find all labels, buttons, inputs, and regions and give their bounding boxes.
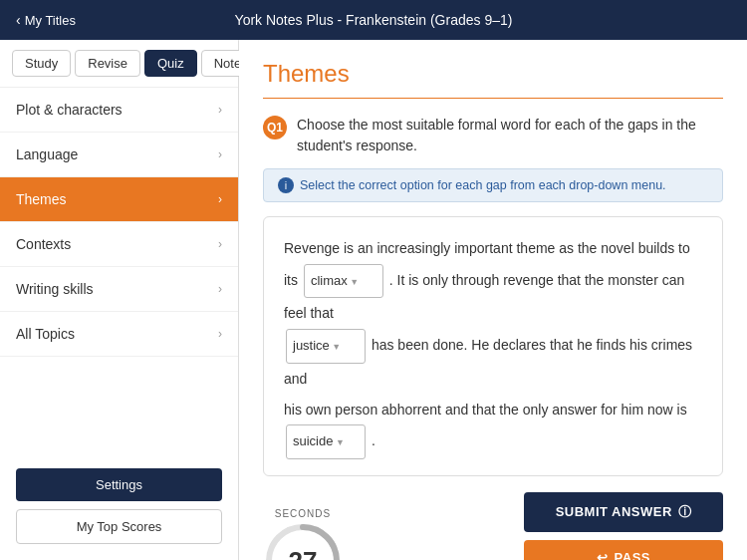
chevron-right-icon: › — [218, 327, 222, 341]
submit-label: SUBMIT ANSWER — [556, 504, 672, 519]
tab-quiz[interactable]: Quiz — [144, 50, 197, 77]
main-layout: Study Revise Quiz Notes Plot & character… — [0, 40, 747, 560]
submit-icon: ⓘ — [678, 503, 692, 521]
sidebar-item-label: All Topics — [16, 326, 75, 342]
question-header: Q1 Choose the most suitable formal word … — [263, 115, 723, 156]
back-label: My Titles — [25, 13, 76, 28]
sidebar-item-writing-skills[interactable]: Writing skills › — [0, 267, 238, 312]
sidebar-item-all-topics[interactable]: All Topics › — [0, 312, 238, 357]
timer-value: 27 — [289, 546, 318, 560]
bottom-row: SECONDS 27 SUBMIT ANSWER ⓘ ↩ PASS — [263, 492, 723, 560]
chevron-right-icon: › — [218, 192, 222, 206]
sidebar-item-language[interactable]: Language › — [0, 133, 238, 177]
action-buttons: SUBMIT ANSWER ⓘ ↩ PASS ❄ FREEZE — [524, 492, 723, 560]
pass-label: PASS — [615, 550, 650, 560]
sidebar-item-label: Language — [16, 146, 78, 162]
timer-circle: 27 — [263, 521, 343, 560]
sidebar-item-label: Plot & characters — [16, 102, 123, 118]
header: ‹ My Titles York Notes Plus - Frankenste… — [0, 0, 747, 40]
settings-button[interactable]: Settings — [16, 468, 222, 501]
gap-dropdown-1[interactable]: climax — [304, 264, 383, 299]
tab-bar: Study Revise Quiz Notes — [0, 40, 238, 88]
page-title: Themes — [263, 60, 723, 99]
question-badge: Q1 — [263, 116, 287, 140]
timer-label: SECONDS — [275, 508, 331, 519]
pass-icon: ↩ — [597, 550, 609, 560]
passage-line4: his own person abhorrent and that the on… — [284, 402, 687, 418]
top-scores-button[interactable]: My Top Scores — [16, 509, 222, 544]
chevron-right-icon: › — [218, 103, 222, 117]
sidebar-item-contexts[interactable]: Contexts › — [0, 222, 238, 267]
header-title: York Notes Plus - Frankenstein (Grades 9… — [235, 12, 513, 28]
sidebar-item-label: Writing skills — [16, 281, 94, 297]
info-text: Select the correct option for each gap f… — [300, 178, 666, 192]
info-bar: i Select the correct option for each gap… — [263, 168, 723, 202]
chevron-right-icon: › — [218, 147, 222, 161]
back-button[interactable]: ‹ My Titles — [16, 12, 76, 28]
sidebar: Study Revise Quiz Notes Plot & character… — [0, 40, 239, 560]
sidebar-item-label: Themes — [16, 191, 67, 207]
tab-revise[interactable]: Revise — [75, 50, 140, 77]
main-content: Themes Q1 Choose the most suitable forma… — [239, 40, 747, 560]
chevron-right-icon: › — [218, 237, 222, 251]
sidebar-item-label: Contexts — [16, 236, 71, 252]
chevron-right-icon: › — [218, 282, 222, 296]
question-text: Choose the most suitable formal word for… — [297, 115, 723, 156]
sidebar-item-themes[interactable]: Themes › — [0, 177, 238, 222]
pass-button[interactable]: ↩ PASS — [524, 540, 723, 560]
sidebar-item-plot-characters[interactable]: Plot & characters › — [0, 88, 238, 133]
passage-line5: . — [372, 432, 375, 448]
submit-button[interactable]: SUBMIT ANSWER ⓘ — [524, 492, 723, 532]
nav-items-list: Plot & characters › Language › Themes › … — [0, 88, 238, 452]
sidebar-buttons: Settings My Top Scores — [0, 452, 238, 560]
gap-dropdown-2[interactable]: justice — [286, 329, 366, 364]
info-icon: i — [278, 177, 294, 193]
gap-dropdown-3[interactable]: suicide — [286, 424, 366, 459]
answer-box: Revenge is an increasingly important the… — [263, 216, 723, 476]
timer-container: SECONDS 27 — [263, 508, 343, 560]
tab-study[interactable]: Study — [12, 50, 71, 77]
back-chevron-icon: ‹ — [16, 12, 21, 28]
